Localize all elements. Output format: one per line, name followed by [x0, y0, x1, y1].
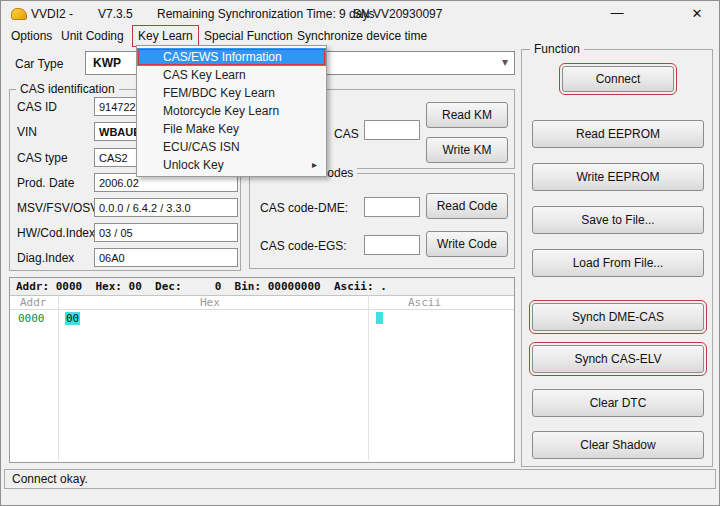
hex-viewer: Addr: 0000 Hex: 00 Dec: 0 Bin: 00000000 …: [9, 277, 515, 463]
write-km-button[interactable]: Write KM: [426, 137, 508, 163]
function-panel: Function Connect Read EEPROM Write EEPRO…: [521, 49, 713, 467]
read-eeprom-button[interactable]: Read EEPROM: [532, 120, 704, 148]
car-type-label: Car Type: [15, 57, 63, 71]
vin-value: WBAUE: [99, 126, 141, 138]
menu-key-learn[interactable]: Key Learn: [134, 27, 197, 45]
serial-number: SN:VV20930097: [353, 7, 442, 21]
function-panel-title: Function: [530, 42, 584, 56]
msv-fsv-osv-row: MSV/FSV/OSV 0.0.0 / 6.4.2 / 3.3.0: [10, 198, 240, 218]
vvdi2-logo-icon: [11, 8, 27, 20]
app-window: VVDI2 - V7.3.5 Remaining Synchronization…: [0, 0, 720, 506]
key-learn-dropdown-menu: CAS/EWS Information CAS Key Learn FEM/BD…: [136, 45, 327, 177]
km-field[interactable]: [364, 120, 420, 140]
hex-info-line: Addr: 0000 Hex: 00 Dec: 0 Bin: 00000000 …: [10, 278, 514, 296]
car-type-value: KWP: [93, 56, 121, 70]
minimize-icon[interactable]: —: [607, 5, 627, 20]
menu-synchronize-device-time[interactable]: Synchronize device time: [293, 27, 431, 45]
menu-item-motorcycle-key-learn[interactable]: Motorcycle Key Learn: [137, 102, 326, 120]
read-code-button[interactable]: Read Code: [426, 193, 508, 219]
synchronization-codes-group: on Codes CAS code-DME: Read Code CAS cod…: [249, 173, 515, 269]
msv-fsv-osv-label: MSV/FSV/OSV: [17, 201, 98, 215]
menu-item-ecu-cas-isn[interactable]: ECU/CAS ISN: [137, 138, 326, 156]
cas-km-label: CAS: [334, 127, 359, 141]
app-version: V7.3.5: [98, 7, 133, 21]
read-km-button[interactable]: Read KM: [426, 102, 508, 128]
ascii-cursor: [376, 312, 383, 324]
menu-item-file-make-key[interactable]: File Make Key: [137, 120, 326, 138]
menu-item-unlock-key[interactable]: Unlock Key ▸: [137, 156, 326, 174]
cas-code-dme-field[interactable]: [364, 197, 420, 217]
menu-item-cas-key-learn[interactable]: CAS Key Learn: [137, 66, 326, 84]
close-icon[interactable]: ✕: [687, 6, 707, 21]
msv-fsv-osv-value: 0.0.0 / 6.4.2 / 3.3.0: [99, 202, 191, 214]
menu-options[interactable]: Options: [7, 27, 56, 45]
vin-label: VIN: [17, 125, 37, 139]
load-from-file-button[interactable]: Load From File...: [532, 249, 704, 277]
diag-index-row: Diag.Index 06A0: [10, 248, 240, 268]
hw-cod-index-label: HW/Cod.Index: [17, 226, 95, 240]
prod-date-value: 2006.02: [99, 177, 139, 189]
menu-item-fem-bdc-key-learn[interactable]: FEM/BDC Key Learn: [137, 84, 326, 102]
status-text: Connect okay.: [12, 472, 88, 486]
menu-special-function[interactable]: Special Function: [200, 27, 297, 45]
cas-identification-title: CAS identification: [16, 82, 119, 96]
cas-type-label: CAS type: [17, 151, 68, 165]
synch-cas-elv-button[interactable]: Synch CAS-ELV: [532, 345, 704, 373]
synch-dme-cas-button[interactable]: Synch DME-CAS: [532, 303, 704, 331]
prod-date-label: Prod. Date: [17, 176, 74, 190]
hex-col-ascii: Ascii: [408, 296, 441, 309]
hw-cod-index-value: 03 / 05: [99, 227, 133, 239]
submenu-arrow-icon: ▸: [312, 156, 317, 174]
menu-bar: Options Unit Coding Key Learn Special Fu…: [1, 27, 719, 45]
hex-col-addr: Addr: [20, 296, 47, 309]
unlock-key-label: Unlock Key: [163, 158, 224, 172]
diag-index-value: 06A0: [99, 252, 125, 264]
hex-col-hex: Hex: [200, 296, 220, 309]
hw-cod-index-field[interactable]: 03 / 05: [94, 223, 238, 242]
cas-id-value: 914722: [99, 101, 136, 113]
hex-grid[interactable]: 0000 00: [10, 310, 514, 460]
cas-code-dme-label: CAS code-DME:: [260, 201, 348, 215]
window-title: VVDI2 -: [31, 7, 73, 21]
write-eeprom-button[interactable]: Write EEPROM: [532, 163, 704, 191]
chevron-down-icon: ▾: [502, 55, 508, 69]
connect-button[interactable]: Connect: [562, 66, 674, 92]
cas-code-egs-label: CAS code-EGS:: [260, 239, 347, 253]
hw-cod-index-row: HW/Cod.Index 03 / 05: [10, 223, 240, 243]
cas-type-value: CAS2: [99, 152, 128, 164]
title-bar: VVDI2 - V7.3.5 Remaining Synchronization…: [1, 1, 719, 27]
diag-index-label: Diag.Index: [17, 251, 74, 265]
hex-row-address: 0000: [18, 312, 45, 325]
hex-selected-byte[interactable]: 00: [65, 312, 80, 325]
cas-code-egs-field[interactable]: [364, 235, 420, 255]
save-to-file-button[interactable]: Save to File...: [532, 206, 704, 234]
diag-index-field[interactable]: 06A0: [94, 248, 238, 267]
menu-item-cas-ews-information[interactable]: CAS/EWS Information: [137, 48, 326, 66]
status-bar: Connect okay.: [4, 469, 716, 489]
write-code-button[interactable]: Write Code: [426, 231, 508, 257]
hex-row: 0000 00: [10, 312, 514, 325]
msv-fsv-osv-field[interactable]: 0.0.0 / 6.4.2 / 3.3.0: [94, 198, 238, 217]
clear-dtc-button[interactable]: Clear DTC: [532, 389, 704, 417]
cas-id-label: CAS ID: [17, 100, 57, 114]
clear-shadow-button[interactable]: Clear Shadow: [532, 431, 704, 459]
hex-column-headers: Addr Hex Ascii: [10, 296, 514, 310]
menu-unit-coding[interactable]: Unit Coding: [57, 27, 128, 45]
sync-time-remaining: Remaining Synchronization Time: 9 days: [157, 7, 374, 21]
